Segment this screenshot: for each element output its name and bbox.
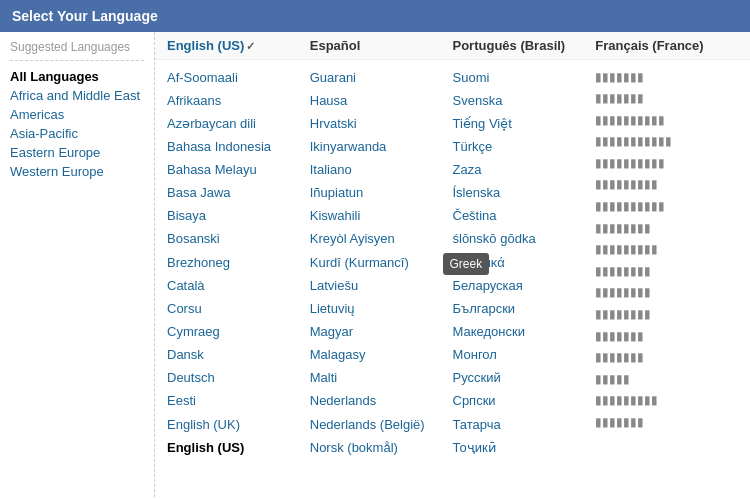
lang-col3-item[interactable]: ślōnskō gōdka [453, 228, 588, 251]
language-main: English (US)✓ Español Português (Brasil)… [155, 32, 750, 497]
lang-col4-item[interactable]: ▮▮▮▮▮▮▮ [595, 66, 730, 88]
col3-header: Português (Brasil) [453, 38, 596, 53]
lang-col3-item[interactable]: Тоҷикӣ [453, 436, 588, 459]
lang-col3-item[interactable]: Tiếng Việt [453, 112, 588, 135]
lang-col1-item[interactable]: Bahasa Indonesia [167, 135, 302, 158]
lang-col2-item[interactable]: Iñupiatun [310, 182, 445, 205]
lang-col1-item[interactable]: Af-Soomaali [167, 66, 302, 89]
lang-col4-item[interactable]: ▮▮▮▮▮▮▮▮▮▮ [595, 152, 730, 174]
lang-col4-item[interactable]: ▮▮▮▮▮▮▮▮▮▮▮ [595, 131, 730, 153]
lang-col4-item[interactable]: ▮▮▮▮▮▮▮▮ [595, 217, 730, 239]
lang-col4-item[interactable]: ▮▮▮▮▮▮▮ [595, 88, 730, 110]
lang-col1-item[interactable]: Corsu [167, 297, 302, 320]
lang-col4-item[interactable]: ▮▮▮▮▮▮▮ [595, 347, 730, 369]
sidebar-item-asia[interactable]: Asia-Pacific [10, 124, 144, 143]
lang-col2-item[interactable]: Kiswahili [310, 205, 445, 228]
sidebar-item-all[interactable]: All Languages [10, 67, 144, 86]
lang-col2-item[interactable]: Hrvatski [310, 112, 445, 135]
lang-col1-item[interactable]: Dansk [167, 344, 302, 367]
lang-col1-item[interactable]: Brezhoneg [167, 251, 302, 274]
lang-col3-item[interactable]: Български [453, 297, 588, 320]
lang-col3-item[interactable]: Čeština [453, 205, 588, 228]
lang-col1-item[interactable]: Català [167, 274, 302, 297]
lang-col3-item[interactable]: Беларуская [453, 274, 588, 297]
lang-col3-item[interactable]: Македонски [453, 321, 588, 344]
col2-header: Español [310, 38, 453, 53]
lang-col3-item[interactable]: GreekΕλληνικά [453, 251, 588, 274]
column-headers: English (US)✓ Español Português (Brasil)… [155, 32, 750, 60]
sidebar-item-americas[interactable]: Americas [10, 105, 144, 124]
lang-col2-item[interactable]: Magyar [310, 321, 445, 344]
lang-col3-item[interactable]: Íslenska [453, 182, 588, 205]
lang-col2-item[interactable]: Lietuvių [310, 297, 445, 320]
lang-col4-item[interactable]: ▮▮▮▮▮▮▮▮ [595, 260, 730, 282]
lang-col-4: ▮▮▮▮▮▮▮▮▮▮▮▮▮▮▮▮▮▮▮▮▮▮▮▮▮▮▮▮▮▮▮▮▮▮▮▮▮▮▮▮… [595, 66, 738, 459]
lang-col4-item[interactable]: ▮▮▮▮▮▮▮▮▮ [595, 239, 730, 261]
lang-col2-item[interactable]: Nederlands (België) [310, 413, 445, 436]
sidebar: Suggested Languages All Languages Africa… [0, 32, 155, 497]
sidebar-item-western[interactable]: Western Europe [10, 162, 144, 181]
lang-col3-item[interactable]: Татарча [453, 413, 588, 436]
lang-col2-item[interactable]: Norsk (bokmål) [310, 436, 445, 459]
page-title: Select Your Language [12, 8, 158, 24]
lang-col1-item[interactable]: Eesti [167, 390, 302, 413]
lang-col2-item[interactable]: Malti [310, 367, 445, 390]
lang-col1-item[interactable]: English (US) [167, 436, 302, 459]
lang-col1-item[interactable]: Azərbaycan dili [167, 112, 302, 135]
lang-col1-item[interactable]: Bosanski [167, 228, 302, 251]
lang-col2-item[interactable]: Kreyòl Ayisyen [310, 228, 445, 251]
lang-col4-item[interactable]: ▮▮▮▮▮▮▮▮ [595, 304, 730, 326]
lang-col4-item[interactable]: ▮▮▮▮▮▮▮ [595, 412, 730, 434]
lang-col1-item[interactable]: Bisaya [167, 205, 302, 228]
lang-col1-item[interactable]: Bahasa Melayu [167, 159, 302, 182]
col4-header: Français (France) [595, 38, 738, 53]
lang-col1-item[interactable]: English (UK) [167, 413, 302, 436]
lang-col1-item[interactable]: Cymraeg [167, 321, 302, 344]
lang-col2-item[interactable]: Malagasy [310, 344, 445, 367]
lang-col2-item[interactable]: Nederlands [310, 390, 445, 413]
sidebar-item-africa[interactable]: Africa and Middle East [10, 86, 144, 105]
lang-col3-item[interactable]: Монгол [453, 344, 588, 367]
lang-col2-item[interactable]: Italiano [310, 159, 445, 182]
lang-col-3: SuomiSvenskaTiếng ViệtTürkçeZazaÍslenska… [453, 66, 596, 459]
lang-col4-item[interactable]: ▮▮▮▮▮▮▮▮▮ [595, 174, 730, 196]
lang-col-1: Af-SoomaaliAfrikaansAzərbaycan diliBahas… [167, 66, 310, 459]
lang-col4-item[interactable]: ▮▮▮▮▮▮▮▮ [595, 282, 730, 304]
lang-col2-item[interactable]: Guarani [310, 66, 445, 89]
suggested-label: Suggested Languages [10, 40, 144, 54]
col1-header: English (US)✓ [167, 38, 310, 53]
page-header: Select Your Language [0, 0, 750, 32]
lang-col3-item[interactable]: Svenska [453, 89, 588, 112]
sidebar-item-eastern[interactable]: Eastern Europe [10, 143, 144, 162]
lang-col4-item[interactable]: ▮▮▮▮▮▮▮ [595, 325, 730, 347]
lang-col2-item[interactable]: Latviešu [310, 274, 445, 297]
lang-col-2: GuaraniHausaHrvatskiIkinyarwandaItaliano… [310, 66, 453, 459]
lang-col3-item[interactable]: Српски [453, 390, 588, 413]
lang-col4-item[interactable]: ▮▮▮▮▮▮▮▮▮ [595, 390, 730, 412]
lang-col2-item[interactable]: Ikinyarwanda [310, 135, 445, 158]
lang-col3-item[interactable]: Suomi [453, 66, 588, 89]
lang-col4-item[interactable]: ▮▮▮▮▮ [595, 368, 730, 390]
lang-col1-item[interactable]: Afrikaans [167, 89, 302, 112]
lang-col4-item[interactable]: ▮▮▮▮▮▮▮▮▮▮ [595, 109, 730, 131]
lang-col2-item[interactable]: Hausa [310, 89, 445, 112]
lang-col1-item[interactable]: Basa Jawa [167, 182, 302, 205]
language-grid: Af-SoomaaliAfrikaansAzərbaycan diliBahas… [155, 60, 750, 471]
lang-col3-item[interactable]: Zaza [453, 159, 588, 182]
lang-col4-item[interactable]: ▮▮▮▮▮▮▮▮▮▮ [595, 196, 730, 218]
sidebar-divider [10, 60, 144, 61]
lang-col3-item[interactable]: Türkçe [453, 135, 588, 158]
lang-col1-item[interactable]: Deutsch [167, 367, 302, 390]
lang-col3-item[interactable]: Русский [453, 367, 588, 390]
lang-col2-item[interactable]: Kurdî (Kurmancî) [310, 251, 445, 274]
